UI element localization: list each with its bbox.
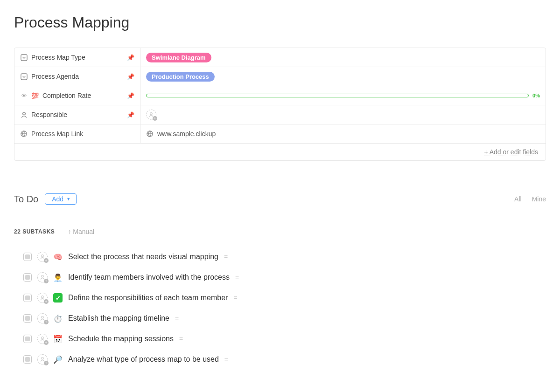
field-label: Process Agenda	[31, 73, 79, 80]
field-value-completion-rate[interactable]: 0%	[140, 90, 546, 101]
sort-manual[interactable]: ↑ Manual	[68, 228, 94, 235]
svg-point-8	[42, 296, 44, 298]
subtask-row[interactable]: ⏱️Establish the mapping timeline=	[23, 308, 546, 329]
add-button[interactable]: Add ▼	[45, 193, 77, 205]
add-assignee-icon[interactable]	[146, 110, 156, 120]
add-assignee-icon[interactable]	[37, 354, 48, 364]
svg-point-3	[150, 113, 153, 115]
field-value-process-map-link[interactable]: www.sample.clickup	[140, 127, 546, 140]
sort-label: Manual	[73, 228, 94, 235]
field-row-responsible: Responsible 📌	[14, 105, 546, 124]
add-assignee-icon[interactable]	[37, 313, 48, 323]
subtask-list: 🧠Select the process that needs visual ma…	[14, 247, 546, 370]
pin-icon[interactable]: 📌	[127, 111, 134, 118]
svg-point-2	[22, 112, 25, 115]
status-checkbox[interactable]	[23, 355, 32, 364]
subtask-row[interactable]: 📅Schedule the mapping sessions=	[23, 329, 546, 349]
tag-swimlane: Swimlane Diagram	[146, 53, 211, 62]
subtask-title[interactable]: Analyze what type of process map to be u…	[68, 355, 219, 364]
svg-rect-0	[21, 54, 27, 60]
drag-handle-icon[interactable]: =	[235, 274, 238, 281]
subtask-row[interactable]: 🔎Analyze what type of process map to be …	[23, 349, 546, 370]
svg-point-10	[42, 337, 44, 339]
caret-down-icon: ▼	[66, 197, 70, 201]
custom-fields-table: Process Map Type 📌 Swimlane Diagram Proc…	[14, 48, 546, 161]
subtask-title[interactable]: Establish the mapping timeline	[68, 314, 169, 323]
subtask-title[interactable]: Identify team members involved with the …	[68, 273, 230, 282]
add-assignee-icon[interactable]	[37, 334, 48, 344]
subtask-emoji-icon: 🔎	[53, 355, 63, 364]
todo-section-title: To Do	[14, 194, 38, 205]
subtasks-count: 22 SUBTASKS	[14, 228, 55, 235]
filter-all[interactable]: All	[514, 195, 522, 203]
subtask-title[interactable]: Schedule the mapping sessions	[68, 335, 174, 343]
status-checkbox[interactable]	[23, 294, 32, 302]
add-fields-row: + Add or edit fields	[14, 144, 546, 160]
status-checkbox[interactable]	[23, 253, 32, 261]
field-value-process-agenda[interactable]: Production Process	[140, 69, 546, 84]
drag-handle-icon[interactable]: =	[224, 253, 227, 261]
dropdown-field-icon	[20, 73, 28, 80]
globe-field-icon	[20, 130, 28, 138]
progress-bar[interactable]	[146, 94, 529, 97]
status-checkbox[interactable]	[23, 314, 32, 323]
todo-header: To Do Add ▼ All Mine	[14, 193, 546, 205]
field-row-process-map-type: Process Map Type 📌 Swimlane Diagram	[14, 48, 546, 67]
drag-handle-icon[interactable]: =	[175, 315, 178, 322]
add-assignee-icon[interactable]	[37, 252, 48, 262]
pin-icon[interactable]: 📌	[127, 54, 134, 61]
subtask-emoji-icon: ⏱️	[53, 314, 63, 323]
subtask-emoji-icon: 📅	[53, 335, 63, 344]
pin-icon[interactable]: 📌	[127, 92, 134, 99]
person-field-icon	[20, 111, 28, 118]
add-button-label: Add	[52, 195, 63, 203]
svg-point-11	[42, 358, 44, 360]
add-assignee-icon[interactable]	[37, 293, 48, 303]
link-text: www.sample.clickup	[157, 130, 216, 138]
field-value-process-map-type[interactable]: Swimlane Diagram	[140, 50, 546, 65]
field-value-responsible[interactable]	[140, 107, 546, 123]
status-checkbox[interactable]	[23, 273, 32, 282]
hundred-emoji-icon: 💯	[31, 92, 39, 99]
globe-icon	[146, 130, 154, 138]
subtask-emoji-icon: 👨‍💼	[53, 273, 63, 282]
field-label: Process Map Link	[31, 130, 83, 138]
subtask-title[interactable]: Define the responsibilities of each team…	[68, 294, 228, 302]
progress-field-icon: 👁	[20, 92, 28, 99]
progress-percent-label: 0%	[532, 93, 540, 98]
field-row-process-agenda: Process Agenda 📌 Production Process	[14, 67, 546, 86]
status-checkbox[interactable]	[23, 335, 32, 343]
subtask-row[interactable]: 👨‍💼Identify team members involved with t…	[23, 267, 546, 288]
field-label: Responsible	[31, 111, 67, 118]
subtask-title[interactable]: Select the process that needs visual map…	[68, 253, 218, 261]
field-row-completion-rate: 👁 💯 Completion Rate 📌 0%	[14, 86, 546, 105]
field-label: Completion Rate	[42, 92, 91, 99]
dropdown-field-icon	[20, 54, 28, 61]
pin-icon[interactable]: 📌	[127, 73, 134, 80]
subtask-row[interactable]: ✓Define the responsibilities of each tea…	[23, 288, 546, 308]
check-icon: ✓	[53, 293, 63, 303]
drag-handle-icon[interactable]: =	[233, 294, 237, 302]
subtasks-meta: 22 SUBTASKS ↑ Manual	[14, 228, 546, 235]
drag-handle-icon[interactable]: =	[224, 356, 228, 363]
drag-handle-icon[interactable]: =	[179, 335, 182, 343]
page-title: Process Mapping	[14, 14, 546, 31]
add-assignee-icon[interactable]	[37, 272, 48, 282]
filter-mine[interactable]: Mine	[532, 195, 546, 203]
subtask-row[interactable]: 🧠Select the process that needs visual ma…	[23, 247, 546, 267]
svg-rect-1	[21, 73, 27, 79]
add-or-edit-fields-link[interactable]: + Add or edit fields	[484, 148, 538, 156]
field-label: Process Map Type	[31, 54, 85, 61]
arrow-up-icon: ↑	[68, 228, 71, 235]
svg-point-7	[42, 275, 44, 278]
svg-point-9	[42, 316, 44, 319]
svg-point-6	[42, 255, 44, 257]
tag-production-process: Production Process	[146, 72, 215, 82]
subtask-emoji-icon: 🧠	[53, 253, 63, 261]
field-row-process-map-link: Process Map Link www.sample.clickup	[14, 124, 546, 144]
